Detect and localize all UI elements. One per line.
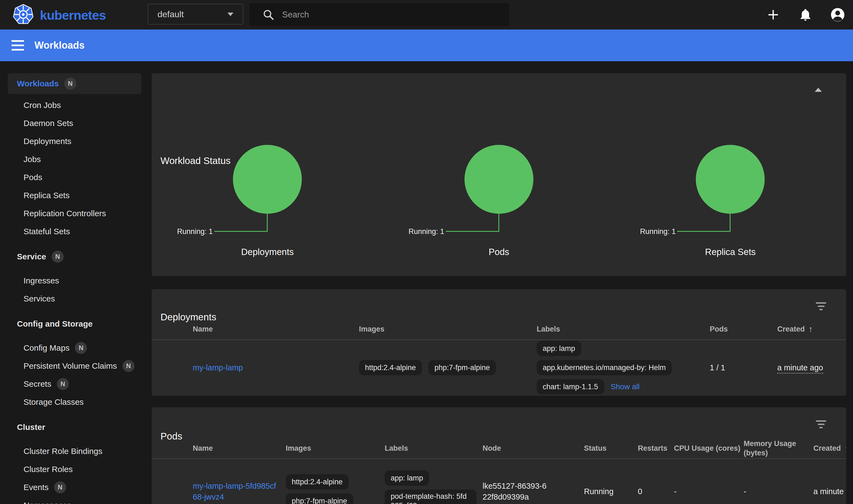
col-images[interactable]: Images xyxy=(286,444,385,453)
deployment-name-link[interactable]: my-lamp-lamp xyxy=(193,363,243,372)
search-input[interactable] xyxy=(282,10,501,20)
sidebar-item-cluster-role-bindings[interactable]: Cluster Role Bindings xyxy=(0,442,149,460)
label-chip: app.kubernetes.io/managed-by: Helm xyxy=(537,360,672,375)
show-all-link[interactable]: Show all xyxy=(611,382,640,391)
deployments-table-header: Name Images Labels Pods Created ↑ xyxy=(152,321,846,337)
sidebar-item-deployments[interactable]: Deployments xyxy=(0,132,149,150)
node-name: lke55127-86393-622f8d09399a xyxy=(482,481,550,502)
sidebar-item-workloads[interactable]: Workloads N xyxy=(8,73,141,94)
label-chip: app: lamp xyxy=(385,470,429,486)
col-pods[interactable]: Pods xyxy=(710,325,777,334)
sidebar-item-replication-controllers[interactable]: Replication Controllers xyxy=(0,204,149,222)
col-restarts[interactable]: Restarts xyxy=(638,444,674,453)
col-name[interactable]: Name xyxy=(193,444,286,453)
new-badge: N xyxy=(57,378,69,390)
col-created[interactable]: Created ↑ xyxy=(813,444,846,453)
sidebar-item-config-maps[interactable]: Config Maps N xyxy=(0,339,149,357)
pie-slice-running xyxy=(696,145,765,214)
sidebar-item-events[interactable]: Events N xyxy=(0,478,149,496)
new-badge: N xyxy=(52,251,64,263)
pie-chart-pods: Running: 1 Pods xyxy=(383,73,615,276)
pie-label: Running: 1 xyxy=(640,228,676,236)
sidebar-item-cron-jobs[interactable]: Cron Jobs xyxy=(0,96,149,114)
pie-chart-replica-sets: Running: 1 Replica Sets xyxy=(615,73,846,276)
sidebar-item-pods[interactable]: Pods xyxy=(0,168,149,186)
sidebar-item-replica-sets[interactable]: Replica Sets xyxy=(0,186,149,204)
sidebar-item-services[interactable]: Services xyxy=(0,290,149,308)
image-chip: httpd:2.4-alpine xyxy=(286,474,349,489)
col-name[interactable]: Name xyxy=(193,325,359,334)
pie-slice-running xyxy=(233,145,302,214)
sidebar: Workloads N Cron Jobs Daemon Sets Deploy… xyxy=(0,61,149,504)
created-ago: a minute ago xyxy=(777,363,823,374)
new-badge: N xyxy=(64,78,76,90)
pod-name-link[interactable]: my-lamp-lamp-5fd985cf68-jwvz4 xyxy=(193,482,276,501)
filter-icon[interactable] xyxy=(813,299,829,314)
col-created[interactable]: Created ↑ xyxy=(777,324,846,334)
sort-ascending-icon: ↑ xyxy=(809,324,813,334)
brand-title: kubernetes xyxy=(40,8,106,23)
col-labels[interactable]: Labels xyxy=(385,444,482,453)
sidebar-item-jobs[interactable]: Jobs xyxy=(0,150,149,168)
new-badge: N xyxy=(54,481,66,493)
col-images[interactable]: Images xyxy=(359,325,537,334)
pods-card: Pods Name Images Labels Node Status Rest… xyxy=(152,407,846,504)
deployment-row: my-lamp-lamp httpd:2.4-alpine php:7-fpm-… xyxy=(152,340,846,395)
search-bar[interactable] xyxy=(249,3,509,26)
kubernetes-logo-icon xyxy=(13,4,34,26)
sidebar-item-service[interactable]: Service N xyxy=(0,248,149,266)
app-bar: Workloads xyxy=(0,30,853,61)
label-chip: app: lamp xyxy=(537,341,581,356)
brand[interactable]: kubernetes xyxy=(13,4,106,26)
image-chip: php:7-fpm-alpine xyxy=(428,360,496,375)
col-cpu[interactable]: CPU Usage (cores) xyxy=(674,444,744,453)
sidebar-item-persistent-volume-claims[interactable]: Persistent Volume Claims N xyxy=(0,357,149,375)
search-icon xyxy=(263,9,274,21)
chevron-down-icon xyxy=(228,13,233,16)
plus-icon xyxy=(766,8,780,22)
sidebar-item-daemon-sets[interactable]: Daemon Sets xyxy=(0,114,149,132)
image-chip: httpd:2.4-alpine xyxy=(359,360,422,375)
pie-label: Running: 1 xyxy=(408,228,444,236)
sidebar-item-stateful-sets[interactable]: Stateful Sets xyxy=(0,222,149,240)
bell-icon xyxy=(799,8,812,22)
col-labels[interactable]: Labels xyxy=(537,325,710,334)
namespace-value: default xyxy=(158,9,228,19)
deployments-card: Deployments Name Images Labels Pods Crea… xyxy=(152,289,846,396)
col-status[interactable]: Status xyxy=(584,444,638,453)
account-icon xyxy=(830,7,845,23)
sidebar-section-config-and-storage[interactable]: Config and Storage xyxy=(0,315,149,333)
sidebar-item-cluster-roles[interactable]: Cluster Roles xyxy=(0,460,149,478)
pods-count: 1 / 1 xyxy=(710,363,777,372)
create-button[interactable] xyxy=(765,7,781,22)
account-button[interactable] xyxy=(830,7,845,22)
notifications-button[interactable] xyxy=(798,7,813,22)
top-header: kubernetes default xyxy=(0,0,853,30)
new-badge: N xyxy=(75,342,87,354)
col-node[interactable]: Node xyxy=(482,444,584,453)
pod-memory: - xyxy=(744,487,813,496)
pie-chart-deployments: Running: 1 Deployments xyxy=(152,73,383,276)
chart-name: Replica Sets xyxy=(615,247,846,257)
pie-label: Running: 1 xyxy=(177,228,213,236)
filter-icon[interactable] xyxy=(813,416,829,432)
pod-row: my-lamp-lamp-5fd985cf68-jwvz4 httpd:2.4-… xyxy=(152,458,846,504)
created-ago: a minute ago xyxy=(813,487,846,496)
sidebar-item-storage-classes[interactable]: Storage Classes xyxy=(0,393,149,411)
image-chip: php:7-fpm-alpine xyxy=(286,493,353,504)
sidebar-section-cluster[interactable]: Cluster xyxy=(0,418,149,436)
pod-restarts: 0 xyxy=(638,487,674,496)
chart-name: Pods xyxy=(383,247,615,257)
col-memory[interactable]: Memory Usage (bytes) xyxy=(744,439,813,457)
sidebar-item-namespaces[interactable]: Namespaces xyxy=(0,496,149,504)
label-chip: chart: lamp-1.1.5 xyxy=(537,379,604,394)
menu-icon[interactable] xyxy=(12,37,29,54)
sort-ascending-icon: ↑ xyxy=(845,444,846,453)
sidebar-item-secrets[interactable]: Secrets N xyxy=(0,375,149,393)
namespace-select[interactable]: default xyxy=(148,4,243,24)
pie-slice-running xyxy=(464,145,533,214)
page-title: Workloads xyxy=(34,40,85,51)
chart-name: Deployments xyxy=(152,247,383,257)
sidebar-item-ingresses[interactable]: Ingresses xyxy=(0,272,149,290)
workload-status-card: Workload Status Running: 1 Deployments R… xyxy=(152,73,846,276)
